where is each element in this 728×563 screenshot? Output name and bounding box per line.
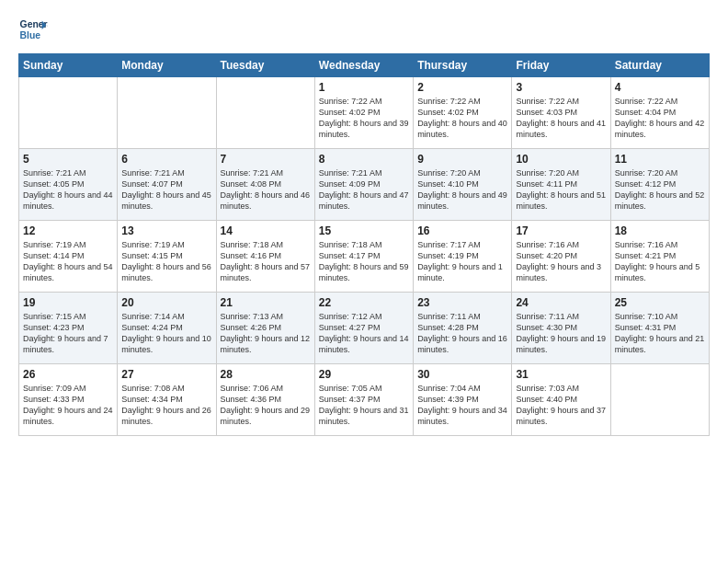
calendar-cell: 16Sunrise: 7:17 AM Sunset: 4:19 PM Dayli… bbox=[414, 221, 512, 293]
cell-content: Sunrise: 7:19 AM Sunset: 4:14 PM Dayligh… bbox=[23, 239, 113, 284]
cell-content: Sunrise: 7:22 AM Sunset: 4:02 PM Dayligh… bbox=[417, 96, 507, 141]
day-number: 26 bbox=[23, 368, 113, 381]
day-number: 3 bbox=[516, 81, 606, 94]
calendar-cell: 11Sunrise: 7:20 AM Sunset: 4:12 PM Dayli… bbox=[610, 149, 709, 221]
calendar-cell: 7Sunrise: 7:21 AM Sunset: 4:08 PM Daylig… bbox=[216, 149, 314, 221]
calendar-cell: 12Sunrise: 7:19 AM Sunset: 4:14 PM Dayli… bbox=[19, 221, 118, 293]
calendar-day-header: Thursday bbox=[414, 54, 512, 77]
calendar-cell: 1Sunrise: 7:22 AM Sunset: 4:02 PM Daylig… bbox=[314, 77, 413, 149]
page: General Blue SundayMondayTuesdayWednesda… bbox=[0, 0, 728, 563]
cell-content: Sunrise: 7:16 AM Sunset: 4:20 PM Dayligh… bbox=[516, 239, 606, 284]
calendar-table: SundayMondayTuesdayWednesdayThursdayFrid… bbox=[18, 53, 710, 436]
cell-content: Sunrise: 7:14 AM Sunset: 4:24 PM Dayligh… bbox=[121, 311, 211, 356]
calendar-cell: 28Sunrise: 7:06 AM Sunset: 4:36 PM Dayli… bbox=[216, 364, 314, 436]
cell-content: Sunrise: 7:03 AM Sunset: 4:40 PM Dayligh… bbox=[516, 383, 606, 428]
calendar-day-header: Tuesday bbox=[216, 54, 314, 77]
calendar-cell bbox=[118, 77, 216, 149]
cell-content: Sunrise: 7:21 AM Sunset: 4:08 PM Dayligh… bbox=[221, 167, 311, 213]
cell-content: Sunrise: 7:11 AM Sunset: 4:30 PM Dayligh… bbox=[516, 311, 606, 356]
svg-text:Blue: Blue bbox=[20, 30, 41, 40]
calendar-cell: 14Sunrise: 7:18 AM Sunset: 4:16 PM Dayli… bbox=[216, 221, 314, 293]
day-number: 4 bbox=[615, 81, 705, 94]
day-number: 18 bbox=[615, 224, 705, 237]
calendar-cell: 2Sunrise: 7:22 AM Sunset: 4:02 PM Daylig… bbox=[414, 77, 512, 149]
day-number: 10 bbox=[516, 153, 606, 166]
calendar-cell: 17Sunrise: 7:16 AM Sunset: 4:20 PM Dayli… bbox=[512, 221, 610, 293]
day-number: 12 bbox=[23, 224, 113, 237]
cell-content: Sunrise: 7:09 AM Sunset: 4:33 PM Dayligh… bbox=[23, 383, 113, 428]
day-number: 16 bbox=[417, 224, 507, 237]
calendar-cell: 21Sunrise: 7:13 AM Sunset: 4:26 PM Dayli… bbox=[216, 293, 314, 364]
calendar-cell: 3Sunrise: 7:22 AM Sunset: 4:03 PM Daylig… bbox=[512, 77, 610, 149]
day-number: 24 bbox=[516, 296, 606, 309]
cell-content: Sunrise: 7:20 AM Sunset: 4:10 PM Dayligh… bbox=[417, 167, 507, 213]
calendar-cell: 29Sunrise: 7:05 AM Sunset: 4:37 PM Dayli… bbox=[314, 364, 413, 436]
calendar-week-row: 5Sunrise: 7:21 AM Sunset: 4:05 PM Daylig… bbox=[19, 149, 710, 221]
cell-content: Sunrise: 7:16 AM Sunset: 4:21 PM Dayligh… bbox=[615, 239, 705, 284]
calendar-cell: 13Sunrise: 7:19 AM Sunset: 4:15 PM Dayli… bbox=[118, 221, 216, 293]
day-number: 23 bbox=[417, 296, 507, 309]
calendar-cell: 22Sunrise: 7:12 AM Sunset: 4:27 PM Dayli… bbox=[314, 293, 413, 364]
cell-content: Sunrise: 7:20 AM Sunset: 4:11 PM Dayligh… bbox=[516, 167, 606, 213]
day-number: 22 bbox=[319, 296, 409, 309]
calendar-cell bbox=[216, 77, 314, 149]
cell-content: Sunrise: 7:12 AM Sunset: 4:27 PM Dayligh… bbox=[319, 311, 409, 356]
calendar-cell: 24Sunrise: 7:11 AM Sunset: 4:30 PM Dayli… bbox=[512, 293, 610, 364]
calendar-cell: 15Sunrise: 7:18 AM Sunset: 4:17 PM Dayli… bbox=[314, 221, 413, 293]
day-number: 21 bbox=[221, 296, 311, 309]
cell-content: Sunrise: 7:21 AM Sunset: 4:09 PM Dayligh… bbox=[319, 167, 409, 213]
day-number: 2 bbox=[417, 81, 507, 94]
calendar-cell: 23Sunrise: 7:11 AM Sunset: 4:28 PM Dayli… bbox=[414, 293, 512, 364]
header: General Blue bbox=[18, 15, 710, 44]
day-number: 28 bbox=[221, 368, 311, 381]
calendar-cell: 10Sunrise: 7:20 AM Sunset: 4:11 PM Dayli… bbox=[512, 149, 610, 221]
calendar-cell: 20Sunrise: 7:14 AM Sunset: 4:24 PM Dayli… bbox=[118, 293, 216, 364]
day-number: 8 bbox=[319, 153, 409, 166]
calendar-cell: 9Sunrise: 7:20 AM Sunset: 4:10 PM Daylig… bbox=[414, 149, 512, 221]
day-number: 20 bbox=[121, 296, 211, 309]
calendar-day-header: Friday bbox=[512, 54, 610, 77]
logo-icon: General Blue bbox=[18, 15, 48, 44]
calendar-day-header: Wednesday bbox=[314, 54, 413, 77]
calendar-day-header: Saturday bbox=[610, 54, 709, 77]
day-number: 1 bbox=[319, 81, 409, 94]
calendar-cell: 6Sunrise: 7:21 AM Sunset: 4:07 PM Daylig… bbox=[118, 149, 216, 221]
logo: General Blue bbox=[18, 15, 48, 44]
cell-content: Sunrise: 7:17 AM Sunset: 4:19 PM Dayligh… bbox=[417, 239, 507, 284]
calendar-cell: 18Sunrise: 7:16 AM Sunset: 4:21 PM Dayli… bbox=[610, 221, 709, 293]
cell-content: Sunrise: 7:06 AM Sunset: 4:36 PM Dayligh… bbox=[221, 383, 311, 428]
cell-content: Sunrise: 7:04 AM Sunset: 4:39 PM Dayligh… bbox=[417, 383, 507, 428]
cell-content: Sunrise: 7:21 AM Sunset: 4:07 PM Dayligh… bbox=[121, 167, 211, 213]
day-number: 7 bbox=[221, 153, 311, 166]
calendar-day-header: Sunday bbox=[19, 54, 118, 77]
cell-content: Sunrise: 7:21 AM Sunset: 4:05 PM Dayligh… bbox=[23, 167, 113, 213]
day-number: 14 bbox=[221, 224, 311, 237]
day-number: 29 bbox=[319, 368, 409, 381]
day-number: 30 bbox=[417, 368, 507, 381]
cell-content: Sunrise: 7:19 AM Sunset: 4:15 PM Dayligh… bbox=[121, 239, 211, 284]
cell-content: Sunrise: 7:18 AM Sunset: 4:16 PM Dayligh… bbox=[221, 239, 311, 284]
calendar-week-row: 19Sunrise: 7:15 AM Sunset: 4:23 PM Dayli… bbox=[19, 293, 710, 364]
calendar-cell: 4Sunrise: 7:22 AM Sunset: 4:04 PM Daylig… bbox=[610, 77, 709, 149]
cell-content: Sunrise: 7:15 AM Sunset: 4:23 PM Dayligh… bbox=[23, 311, 113, 356]
cell-content: Sunrise: 7:18 AM Sunset: 4:17 PM Dayligh… bbox=[319, 239, 409, 284]
calendar-cell: 26Sunrise: 7:09 AM Sunset: 4:33 PM Dayli… bbox=[19, 364, 118, 436]
calendar-day-header: Monday bbox=[118, 54, 216, 77]
calendar-cell: 27Sunrise: 7:08 AM Sunset: 4:34 PM Dayli… bbox=[118, 364, 216, 436]
calendar-header-row: SundayMondayTuesdayWednesdayThursdayFrid… bbox=[19, 54, 710, 77]
calendar-week-row: 26Sunrise: 7:09 AM Sunset: 4:33 PM Dayli… bbox=[19, 364, 710, 436]
cell-content: Sunrise: 7:08 AM Sunset: 4:34 PM Dayligh… bbox=[121, 383, 211, 428]
day-number: 25 bbox=[615, 296, 705, 309]
calendar-cell: 25Sunrise: 7:10 AM Sunset: 4:31 PM Dayli… bbox=[610, 293, 709, 364]
cell-content: Sunrise: 7:05 AM Sunset: 4:37 PM Dayligh… bbox=[319, 383, 409, 428]
day-number: 17 bbox=[516, 224, 606, 237]
cell-content: Sunrise: 7:10 AM Sunset: 4:31 PM Dayligh… bbox=[615, 311, 705, 356]
calendar-cell bbox=[19, 77, 118, 149]
cell-content: Sunrise: 7:13 AM Sunset: 4:26 PM Dayligh… bbox=[221, 311, 311, 356]
day-number: 9 bbox=[417, 153, 507, 166]
day-number: 6 bbox=[121, 153, 211, 166]
calendar-cell: 31Sunrise: 7:03 AM Sunset: 4:40 PM Dayli… bbox=[512, 364, 610, 436]
day-number: 13 bbox=[121, 224, 211, 237]
calendar-week-row: 12Sunrise: 7:19 AM Sunset: 4:14 PM Dayli… bbox=[19, 221, 710, 293]
day-number: 15 bbox=[319, 224, 409, 237]
